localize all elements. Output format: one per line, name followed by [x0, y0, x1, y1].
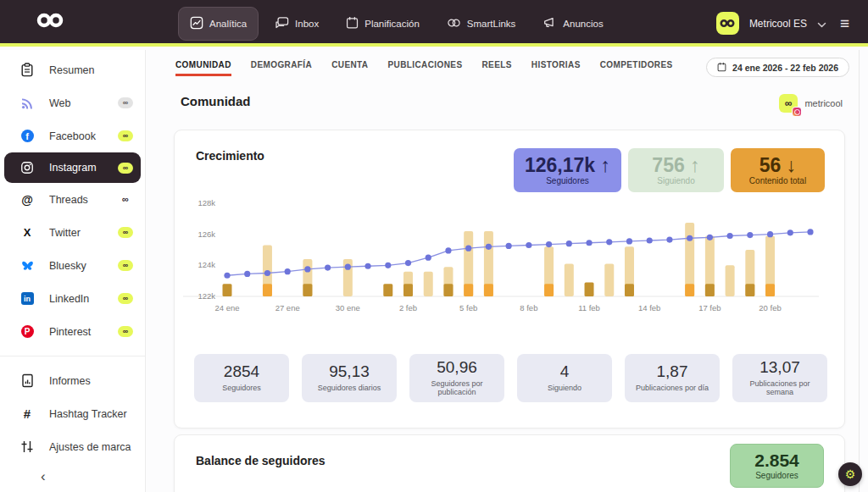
kpi-contenido-total[interactable]: 56 ↓ Contenido total — [731, 148, 825, 192]
sidebar-item-label: Twitter — [49, 227, 104, 239]
tab-competidores[interactable]: COMPETIDORES — [600, 60, 673, 76]
nav-tab-label: Inbox — [295, 19, 319, 29]
metricool-badge-icon: ∞ — [118, 194, 133, 205]
tab-cuenta[interactable]: CUENTA — [331, 60, 368, 76]
balance-card-title: Balance de seguidores — [196, 454, 326, 467]
analytics-icon — [190, 16, 203, 31]
svg-text:126k: 126k — [198, 229, 215, 239]
sidebar-item-label: Informes — [49, 375, 133, 387]
sidebar-item-resumen[interactable]: Resumen — [0, 53, 145, 86]
scrollbar-track[interactable] — [859, 50, 860, 492]
sidebar-item-linkedin[interactable]: in LinkedIn ∞ — [0, 282, 145, 315]
date-range-picker[interactable]: 24 ene 2026 - 22 feb 2026 — [706, 58, 849, 77]
sidebar-item-instagram[interactable]: Instagram ∞ — [4, 152, 141, 183]
sidebar-item-twitter[interactable]: X Twitter ∞ — [0, 216, 145, 249]
metricool-badge-icon: ∞ — [118, 130, 133, 141]
sidebar-item-label: Resumen — [49, 64, 133, 76]
sidebar-item-pinterest[interactable]: P Pinterest ∞ — [0, 315, 145, 348]
svg-text:20 feb: 20 feb — [759, 303, 781, 312]
tab-comunidad[interactable]: COMUNIDAD — [175, 60, 231, 76]
growth-card-title: Crecimiento — [196, 149, 264, 163]
svg-text:2 feb: 2 feb — [399, 303, 417, 312]
sidebar: Resumen Web ∞ f Facebook ∞ Instagram ∞ @… — [0, 50, 146, 492]
app-window: Analítica Inbox Planificación SmartLinks… — [0, 0, 868, 492]
settings-fab-button[interactable]: ⚙ — [838, 462, 862, 486]
nav-tab-smartlinks[interactable]: SmartLinks — [436, 8, 527, 39]
instagram-mini-icon — [792, 107, 802, 117]
tab-publicaciones[interactable]: PUBLICACIONES — [388, 60, 463, 76]
links-icon — [447, 17, 461, 30]
metricool-badge-icon: ∞ — [118, 97, 133, 108]
stat-publicaciones-por-dia: 1,87Publicaciones por día — [625, 354, 720, 402]
linkedin-icon: in — [19, 292, 36, 305]
kpi-label: Contenido total — [749, 176, 806, 185]
navbar-right: Metricool ES ≡ — [716, 0, 853, 47]
nav-tab-label: Planificación — [364, 19, 420, 29]
sidebar-item-label: Threads — [49, 194, 104, 206]
metricool-badge-icon: ∞ — [118, 326, 133, 337]
stat-siguiendo: 4Siguiendo — [517, 354, 612, 402]
metricool-badge-icon: ∞ — [118, 260, 133, 271]
growth-stats-row: 2854Seguidores 95,13Seguidores diarios 5… — [194, 354, 827, 402]
balance-kpi-seguidores[interactable]: 2.854 Seguidores — [730, 444, 824, 488]
hashtag-icon: # — [19, 406, 36, 421]
sidebar-item-informes[interactable]: Informes — [0, 364, 145, 397]
tab-reels[interactable]: REELS — [481, 60, 511, 76]
nav-tab-planificacion[interactable]: Planificación — [335, 8, 431, 40]
stat-publicaciones-por-semana: 13,07Publicaciones por semana — [732, 354, 827, 402]
analytics-section-tabs: COMUNIDAD DEMOGRAFÍA CUENTA PUBLICACIONE… — [175, 60, 673, 76]
kpi-label: Siguiendo — [657, 176, 694, 185]
metricool-account-icon: ∞ — [779, 94, 798, 113]
sidebar-item-label: Pinterest — [49, 326, 104, 338]
sidebar-item-threads[interactable]: @ Threads ∞ — [0, 183, 145, 216]
nav-tab-analitica[interactable]: Analítica — [178, 7, 259, 41]
down-arrow-icon: ↓ — [787, 154, 797, 176]
kpi-seguidores[interactable]: 126,17k ↑ Seguidores — [514, 148, 621, 192]
tab-demografia[interactable]: DEMOGRAFÍA — [251, 60, 312, 76]
svg-text:5 feb: 5 feb — [459, 303, 477, 312]
account-name[interactable]: Metricool ES — [749, 18, 807, 30]
kpi-label: Seguidores — [546, 176, 589, 185]
instagram-icon — [19, 161, 36, 174]
svg-text:24 ene: 24 ene — [214, 303, 239, 312]
nav-tab-anuncios[interactable]: Anuncios — [531, 8, 614, 39]
balance-card: Balance de seguidores 2.854 Seguidores — [174, 434, 845, 492]
sidebar-item-label: Ajustes de marca — [49, 441, 133, 453]
sidebar-item-hashtag-tracker[interactable]: # Hashtag Tracker — [0, 397, 145, 430]
hamburger-menu-icon[interactable]: ≡ — [837, 14, 853, 33]
svg-text:30 ene: 30 ene — [336, 303, 360, 312]
sidebar-divider — [0, 356, 145, 357]
pinterest-icon: P — [19, 325, 36, 338]
nav-tab-inbox[interactable]: Inbox — [264, 8, 330, 40]
report-document-icon — [19, 373, 36, 388]
growth-chart: 122k124k126k128k24 ene27 ene30 ene2 feb5… — [180, 195, 824, 318]
sidebar-item-label: Instagram — [49, 162, 104, 174]
sidebar-item-ajustes-de-marca[interactable]: Ajustes de marca — [0, 430, 145, 463]
metricool-logo-icon — [36, 12, 64, 32]
gear-icon: ⚙ — [845, 468, 856, 480]
tab-historias[interactable]: HISTORIAS — [531, 60, 581, 76]
x-twitter-icon: X — [19, 226, 36, 239]
top-navbar: Analítica Inbox Planificación SmartLinks… — [0, 0, 868, 47]
svg-text:128k: 128k — [198, 198, 215, 207]
sidebar-collapse-icon[interactable]: ‹ — [41, 468, 46, 485]
svg-text:11 feb: 11 feb — [578, 303, 600, 312]
svg-text:14 feb: 14 feb — [638, 303, 660, 312]
inbox-chat-icon — [275, 16, 289, 31]
sidebar-item-label: LinkedIn — [49, 293, 104, 305]
rss-web-icon — [19, 97, 36, 110]
main-nav-tabs: Analítica Inbox Planificación SmartLinks… — [178, 0, 615, 47]
brand-avatar[interactable] — [716, 12, 739, 35]
connected-account-label: metricool — [804, 98, 843, 108]
growth-kpis: 126,17k ↑ Seguidores 756 ↑ Siguiendo 56 … — [514, 148, 825, 192]
chevron-down-icon[interactable] — [817, 16, 826, 31]
nav-tab-label: SmartLinks — [467, 19, 516, 29]
sidebar-item-web[interactable]: Web ∞ — [0, 86, 145, 119]
sidebar-item-bluesky[interactable]: Bluesky ∞ — [0, 249, 145, 282]
sidebar-item-label: Facebook — [49, 130, 104, 142]
metricool-badge-icon: ∞ — [118, 293, 133, 304]
sidebar-item-facebook[interactable]: f Facebook ∞ — [0, 119, 145, 152]
calendar-icon — [717, 62, 726, 74]
kpi-siguiendo[interactable]: 756 ↑ Siguiendo — [628, 148, 724, 192]
svg-text:27 ene: 27 ene — [275, 303, 300, 312]
